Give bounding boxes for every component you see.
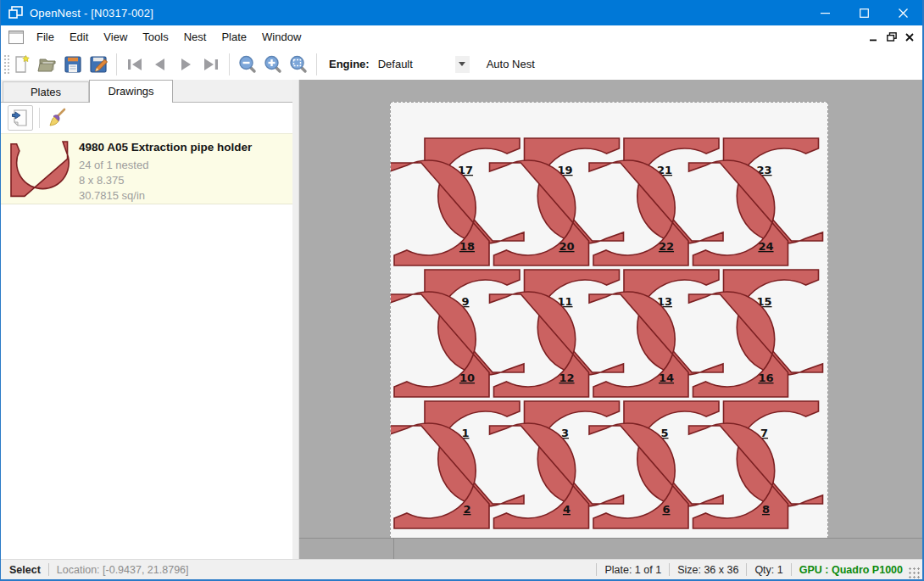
part-6[interactable] bbox=[589, 423, 688, 528]
minimize-button[interactable] bbox=[805, 0, 844, 25]
part-label-18: 18 bbox=[459, 240, 475, 253]
save-button[interactable] bbox=[60, 52, 86, 77]
part-thumbnail-shape bbox=[11, 142, 69, 196]
menu-item-view[interactable]: View bbox=[96, 25, 135, 48]
go-last-icon bbox=[202, 57, 220, 72]
panel-toolbar-separator bbox=[39, 108, 40, 128]
opennest-window: OpenNest - [N0317-002] FileEditViewTools… bbox=[0, 0, 924, 581]
drawing-title: 4980 A05 Extraction pipe holder bbox=[79, 141, 252, 154]
drawing-nested-count: 24 of 1 nested bbox=[79, 158, 252, 173]
engine-dropdown-button[interactable] bbox=[455, 56, 470, 73]
toolbar-separator bbox=[229, 53, 230, 75]
toolbar-separator bbox=[116, 53, 117, 75]
tab-plates[interactable]: Plates bbox=[3, 81, 89, 102]
menu-items: FileEditViewToolsNestPlateWindow bbox=[29, 25, 309, 48]
maximize-icon bbox=[860, 8, 869, 18]
canvas-scrollbar[interactable] bbox=[299, 538, 922, 560]
menu-item-nest[interactable]: Nest bbox=[176, 25, 214, 48]
save-edit-icon bbox=[88, 54, 109, 75]
new-button[interactable] bbox=[9, 52, 35, 77]
engine-select[interactable]: Default bbox=[376, 55, 470, 74]
toolbar-grip[interactable] bbox=[3, 53, 9, 75]
menu-item-plate[interactable]: Plate bbox=[214, 25, 254, 48]
part-label-16: 16 bbox=[758, 372, 773, 384]
panel-splitter[interactable] bbox=[292, 80, 299, 560]
plate: 171819202122232491011121314151612345678 bbox=[390, 102, 828, 539]
mdi-restore-icon[interactable] bbox=[887, 32, 897, 42]
go-previous-icon bbox=[151, 57, 170, 72]
go-previous-button[interactable] bbox=[148, 52, 173, 77]
part-label-22: 22 bbox=[659, 240, 674, 253]
clear-drawings-button[interactable] bbox=[46, 106, 70, 130]
zoom-fit-icon bbox=[288, 54, 309, 75]
drawing-list-item[interactable]: 4980 A05 Extraction pipe holder 24 of 1 … bbox=[1, 133, 292, 204]
part-label-4: 4 bbox=[563, 503, 571, 516]
go-next-button[interactable] bbox=[173, 52, 198, 77]
drawing-area: 30.7815 sq/in bbox=[79, 188, 252, 204]
part-label-6: 6 bbox=[662, 503, 670, 516]
title-bar: OpenNest - [N0317-002] bbox=[1, 0, 922, 25]
zoom-in-button[interactable] bbox=[260, 52, 286, 77]
open-folder-icon bbox=[37, 54, 58, 75]
zoom-in-icon bbox=[263, 54, 283, 75]
gpu-indicator: GPU : Quadro P1000 bbox=[799, 564, 903, 576]
drawings-toolbar bbox=[1, 103, 292, 133]
cursor-location: Location: [-0.9437, 21.8796] bbox=[57, 564, 189, 576]
zoom-fit-button[interactable] bbox=[286, 52, 311, 77]
status-bar: Select Location: [-0.9437, 21.8796] Plat… bbox=[1, 559, 922, 579]
zoom-out-button[interactable] bbox=[235, 52, 260, 77]
part-label-24: 24 bbox=[758, 240, 773, 253]
menu-item-file[interactable]: File bbox=[29, 25, 62, 48]
part-label-20: 20 bbox=[559, 240, 574, 253]
part-label-10: 10 bbox=[459, 372, 475, 384]
go-first-icon bbox=[125, 57, 144, 72]
main-toolbar: Engine: Default Auto Nest bbox=[1, 48, 922, 81]
drawing-size: 8 x 8.375 bbox=[79, 173, 252, 188]
nest-canvas[interactable]: 171819202122232491011121314151612345678 bbox=[299, 80, 922, 560]
part-4[interactable] bbox=[490, 423, 589, 528]
part-label-12: 12 bbox=[559, 372, 574, 384]
plate-size: Size: 36 x 36 bbox=[677, 564, 738, 576]
status-separator bbox=[669, 563, 670, 576]
engine-label: Engine: bbox=[329, 58, 370, 70]
status-separator bbox=[48, 563, 49, 576]
toolbar-separator bbox=[316, 53, 317, 75]
mdi-minimize-icon[interactable] bbox=[870, 33, 878, 42]
window-title: OpenNest - [N0317-002] bbox=[30, 7, 153, 20]
engine-value: Default bbox=[376, 58, 455, 70]
part-label-8: 8 bbox=[762, 503, 770, 516]
plate-qty: Qty: 1 bbox=[754, 564, 782, 576]
resize-grip[interactable] bbox=[908, 567, 920, 578]
minimize-icon bbox=[821, 8, 830, 18]
part-8[interactable] bbox=[689, 423, 788, 528]
content-area: Plates Drawings bbox=[1, 80, 922, 560]
menu-bar: FileEditViewToolsNestPlateWindow bbox=[1, 25, 922, 48]
go-first-button[interactable] bbox=[122, 52, 148, 77]
drawing-thumbnail bbox=[1, 134, 79, 204]
save-icon bbox=[63, 54, 83, 75]
auto-nest-button[interactable]: Auto Nest bbox=[481, 54, 540, 74]
maximize-button[interactable] bbox=[844, 0, 883, 25]
mdi-close-icon[interactable] bbox=[905, 33, 914, 42]
save-edit-button[interactable] bbox=[86, 52, 111, 77]
plate-count: Plate: 1 of 1 bbox=[604, 564, 661, 576]
menu-item-edit[interactable]: Edit bbox=[62, 25, 96, 48]
part-2[interactable] bbox=[391, 423, 489, 528]
open-button[interactable] bbox=[35, 52, 60, 77]
app-icon bbox=[8, 6, 23, 20]
tab-strip: Plates Drawings bbox=[1, 80, 292, 103]
mdi-child-icon[interactable] bbox=[8, 31, 24, 44]
clear-broom-icon bbox=[47, 108, 68, 128]
status-separator bbox=[791, 563, 792, 576]
close-button[interactable] bbox=[883, 0, 922, 25]
menu-item-window[interactable]: Window bbox=[254, 25, 309, 48]
zoom-out-icon bbox=[237, 54, 258, 75]
tab-drawings[interactable]: Drawings bbox=[89, 80, 173, 103]
return-drawing-icon bbox=[11, 109, 30, 127]
go-last-button[interactable] bbox=[198, 52, 224, 77]
part-label-14: 14 bbox=[659, 372, 674, 384]
return-drawing-button[interactable] bbox=[8, 105, 33, 131]
part-label-2: 2 bbox=[463, 503, 470, 516]
menu-item-tools[interactable]: Tools bbox=[135, 25, 175, 48]
new-document-icon bbox=[12, 54, 32, 75]
